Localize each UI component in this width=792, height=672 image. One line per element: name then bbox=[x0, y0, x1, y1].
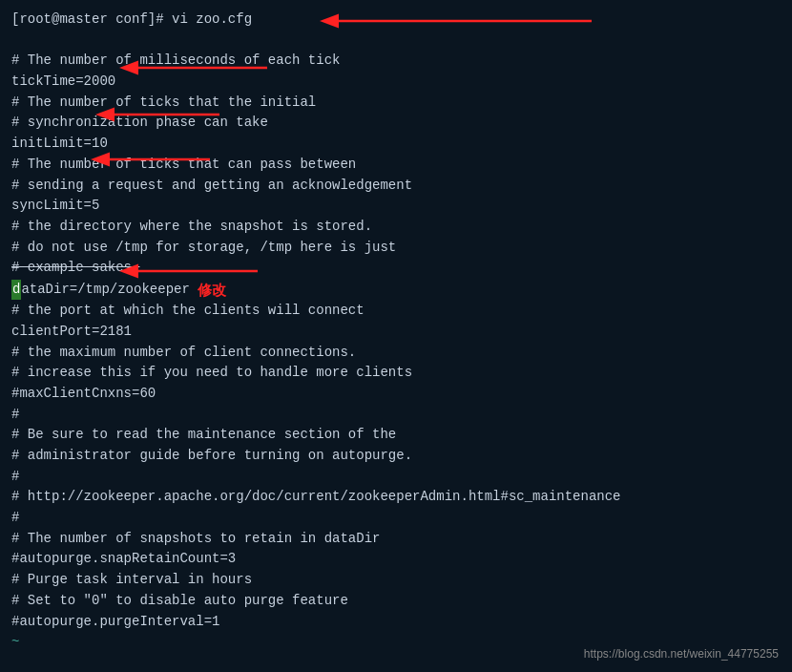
line-comment4: # The number of ticks that can pass betw… bbox=[11, 155, 781, 176]
line-comment12: # Be sure to read the maintenance sectio… bbox=[11, 425, 781, 446]
line-comment6: # the directory where the snapshot is st… bbox=[11, 217, 781, 238]
line-comment2: # The number of ticks that the initial bbox=[11, 93, 781, 114]
terminal-content: [root@master conf]# vi zoo.cfg # The num… bbox=[11, 10, 781, 672]
modify-label: 修改 bbox=[198, 279, 226, 301]
line-comment16: # Set to "0" to disable auto purge featu… bbox=[11, 591, 781, 612]
line-url: # http://zookeeper.apache.org/doc/curren… bbox=[11, 487, 781, 508]
line-ticktime: tickTime=2000 bbox=[11, 72, 781, 93]
line-hash1: # bbox=[11, 405, 781, 426]
line-comment15: # Purge task interval in hours bbox=[11, 570, 781, 591]
line-initlimit: initLimit=10 bbox=[11, 134, 781, 155]
blank-line-1 bbox=[11, 31, 781, 52]
line-autopurge2: #autopurge.purgeInterval=1 bbox=[11, 612, 781, 633]
line-comment14: # The number of snapshots to retain in d… bbox=[11, 529, 781, 550]
line-comment1: # The number of milliseconds of each tic… bbox=[11, 51, 781, 72]
line-clientport: clientPort=2181 bbox=[11, 322, 781, 343]
line-comment9: # the port at which the clients will con… bbox=[11, 301, 781, 322]
line-comment7: # do not use /tmp for storage, /tmp here… bbox=[11, 238, 781, 259]
line-autopurge1: #autopurge.snapRetainCount=3 bbox=[11, 549, 781, 570]
line-maxclient: #maxClientCnxns=60 bbox=[11, 384, 781, 405]
line-comment8: # example sakes. bbox=[11, 258, 781, 279]
line-comment11: # increase this if you need to handle mo… bbox=[11, 363, 781, 384]
command-line: [root@master conf]# vi zoo.cfg bbox=[11, 10, 781, 31]
line-comment5: # sending a request and getting an ackno… bbox=[11, 176, 781, 197]
line-datadir: dataDir=/tmp/zookeeper 修改 bbox=[11, 279, 781, 301]
line-synclimit: syncLimit=5 bbox=[11, 196, 781, 217]
terminal-window: [root@master conf]# vi zoo.cfg # The num… bbox=[0, 0, 792, 672]
line-hash2: # bbox=[11, 467, 781, 488]
line-comment3: # synchronization phase can take bbox=[11, 113, 781, 134]
line-comment13: # administrator guide before turning on … bbox=[11, 446, 781, 467]
watermark: https://blog.csdn.net/weixin_44775255 bbox=[584, 647, 779, 661]
line-comment10: # the maximum number of client connectio… bbox=[11, 343, 781, 364]
line-hash3: # bbox=[11, 508, 781, 529]
datadir-highlight: d bbox=[11, 280, 21, 301]
